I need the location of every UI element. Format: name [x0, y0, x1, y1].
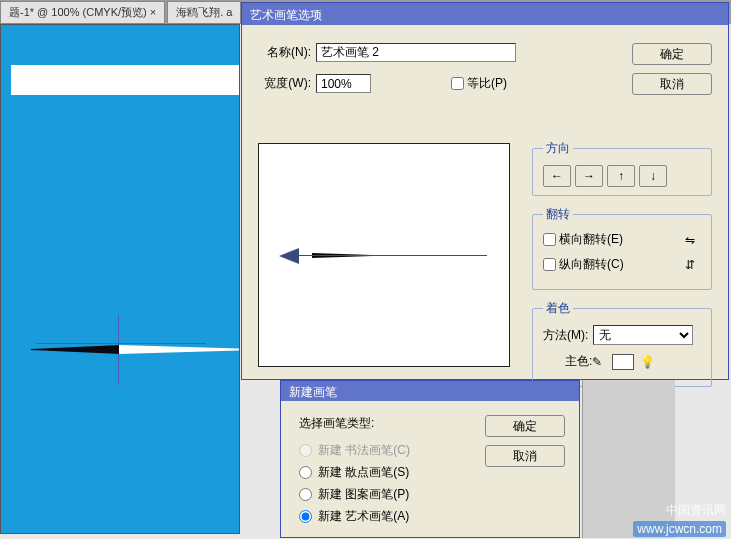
new-brush-dialog: 新建画笔 选择画笔类型: 新建 书法画笔(C) 新建 散点画笔(S) 新建 图案…	[280, 380, 580, 538]
new-brush-ok-button[interactable]: 确定	[485, 415, 565, 437]
direction-left-button[interactable]: ←	[543, 165, 571, 187]
proportional-input[interactable]	[451, 77, 464, 90]
flip-horizontal-checkbox[interactable]	[543, 233, 556, 246]
width-label: 宽度(W):	[256, 75, 311, 92]
dialog-title: 艺术画笔选项	[242, 3, 728, 25]
radio-art[interactable]: 新建 艺术画笔(A)	[299, 508, 561, 525]
method-label: 方法(M):	[543, 327, 588, 344]
direction-group: 方向 ← → ↑ ↓	[532, 140, 712, 196]
keycolor-swatch[interactable]	[612, 354, 634, 370]
direction-up-button[interactable]: ↑	[607, 165, 635, 187]
flip-vertical-checkbox[interactable]	[543, 258, 556, 271]
art-brush-options-dialog: 艺术画笔选项 名称(N): 宽度(W): 等比(P) 确定 取消	[241, 2, 729, 380]
canvas-top	[11, 65, 239, 95]
brush-preview	[258, 143, 510, 367]
canvas[interactable]	[0, 24, 240, 534]
proportional-checkbox[interactable]: 等比(P)	[451, 75, 507, 92]
ok-button[interactable]: 确定	[632, 43, 712, 65]
flip-horizontal-icon: ⇋	[685, 233, 701, 247]
flip-horizontal-label: 横向翻转(E)	[559, 231, 623, 248]
direction-legend: 方向	[543, 140, 573, 157]
flip-legend: 翻转	[543, 206, 573, 223]
name-input[interactable]	[316, 43, 516, 62]
brush-stroke-preview	[1, 335, 201, 365]
new-brush-cancel-button[interactable]: 取消	[485, 445, 565, 467]
eyedropper-icon[interactable]: ✎	[592, 355, 606, 369]
flip-vertical-icon: ⇵	[685, 258, 701, 272]
name-label: 名称(N):	[256, 44, 311, 61]
cancel-button[interactable]: 取消	[632, 73, 712, 95]
tab-active[interactable]: 题-1* @ 100% (CMYK/预览) ×	[0, 1, 165, 24]
tab-inactive[interactable]: 海鸥飞翔. a	[167, 1, 241, 24]
keycolor-label: 主色:	[565, 353, 592, 370]
direction-down-button[interactable]: ↓	[639, 165, 667, 187]
method-select[interactable]: 无	[593, 325, 693, 345]
flip-group: 翻转 横向翻转(E) ⇋ 纵向翻转(C) ⇵	[532, 206, 712, 290]
color-group: 着色 方法(M): 无 主色: ✎ 💡	[532, 300, 712, 387]
radio-pattern[interactable]: 新建 图案画笔(P)	[299, 486, 561, 503]
color-legend: 着色	[543, 300, 573, 317]
width-input[interactable]	[316, 74, 371, 93]
direction-right-button[interactable]: →	[575, 165, 603, 187]
flip-vertical-label: 纵向翻转(C)	[559, 256, 624, 273]
tips-icon[interactable]: 💡	[640, 355, 654, 369]
new-brush-title: 新建画笔	[281, 381, 579, 401]
side-panel	[582, 380, 675, 538]
